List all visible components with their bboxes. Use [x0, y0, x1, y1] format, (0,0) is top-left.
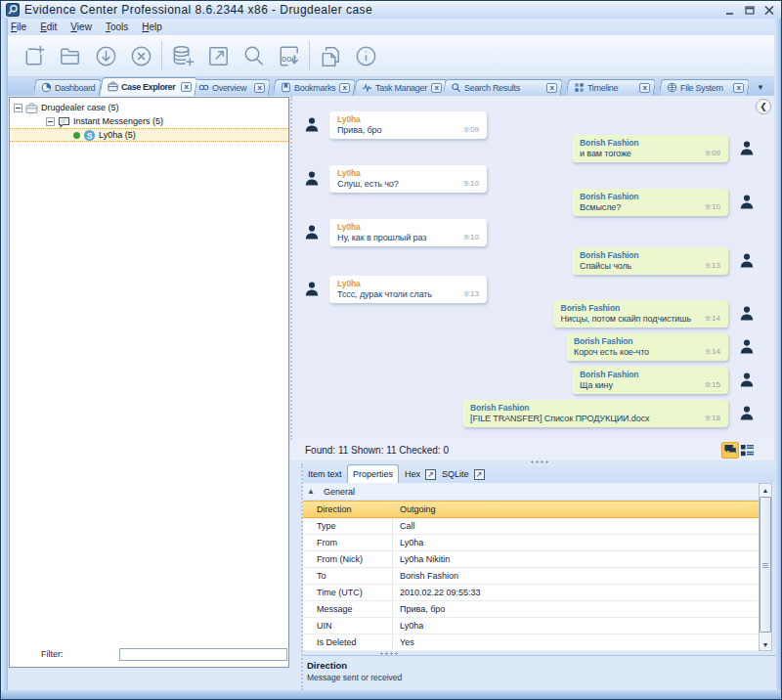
scrollbar-thumb[interactable] [760, 497, 771, 633]
chat-message[interactable]: Borish Fashion и вам тогоже 9:09 [572, 135, 754, 162]
tab-close-button[interactable]: x [733, 83, 744, 93]
grid-scrollbar[interactable]: ▲ ▼ [759, 483, 772, 651]
tab-bookmarks[interactable]: Bookmarks x [274, 79, 355, 96]
scroll-up-arrow[interactable]: ▲ [760, 484, 771, 496]
list-view-toggle[interactable] [738, 442, 756, 459]
chat-message[interactable]: Ly0ha Ну, как в прошлый раз 9:10 [305, 219, 487, 246]
toolbar-button-open-case[interactable] [53, 38, 88, 73]
chat-message[interactable]: Borish Fashion Всмысле? 9:10 [572, 189, 754, 216]
detail-tab-sqlite[interactable]: SQLite [437, 465, 490, 483]
property-group-header[interactable]: ▲ General [303, 483, 759, 501]
tab-dashboard[interactable]: Dashboard [34, 79, 101, 96]
detail-tab-item-text[interactable]: Item text [303, 465, 347, 483]
chat-message[interactable]: Borish Fashion Ща кину 9:15 [572, 367, 754, 394]
toolbar-button-save-case[interactable] [88, 38, 123, 73]
toolbar-button-export-doc[interactable] [271, 38, 306, 73]
tab-file-system[interactable]: File System x [660, 79, 749, 96]
chat-message[interactable]: Borish Fashion Короч есть кое-что 9:14 [566, 333, 754, 361]
chat-message[interactable]: Ly0ha Слуш, есть чо? 9:10 [305, 165, 487, 193]
message-sender: Borish Fashion [580, 138, 720, 148]
chat-message[interactable]: Ly0ha Тссс, дурак чтоли слать 9:13 [305, 276, 487, 303]
tabbar: Dashboard Case Explorer x Overview x Boo… [8, 77, 774, 96]
chat-message[interactable]: Borish Fashion Спайсы чоль 9:13 [572, 247, 754, 275]
message-time: 9:09 [705, 149, 720, 157]
detail-tab-hex[interactable]: Hex [400, 465, 441, 483]
filter-input[interactable] [119, 648, 287, 661]
chat-view-toggle[interactable] [721, 442, 739, 459]
scroll-down-arrow[interactable]: ▼ [760, 638, 771, 650]
tab-overview[interactable]: Overview x [192, 79, 270, 96]
message-text: и вам тогоже [580, 149, 720, 158]
toolbar-button-copy-pages[interactable] [313, 38, 348, 73]
person-avatar-icon [740, 372, 754, 387]
menu-item[interactable]: View [64, 21, 99, 34]
person-avatar-icon [305, 171, 319, 186]
tab-close-button[interactable]: x [339, 83, 350, 93]
toolbar-button-open-window[interactable] [200, 38, 236, 73]
tab-close-button[interactable]: x [639, 83, 650, 93]
tab-close-button[interactable]: x [181, 82, 192, 92]
menu-item[interactable]: File [8, 21, 33, 34]
found-counter: Found: 11 Shown: 11 Checked: 0 [305, 445, 449, 456]
tree-node[interactable]: Drugdealer case (5) [10, 101, 288, 114]
property-row[interactable]: Is Deleted Yes [303, 634, 759, 651]
chat-bubble: Borish Fashion Спайсы чоль 9:13 [572, 247, 728, 275]
property-label: Time (UTC) [303, 588, 392, 597]
chat-bubble: Borish Fashion Нисцы, потом скайп подчис… [553, 300, 728, 328]
property-row[interactable]: Type Call [303, 518, 759, 535]
chat-status-bar: Found: 11 Shown: 11 Checked: 0 [290, 440, 774, 460]
menu-item[interactable]: Help [135, 21, 169, 34]
window-controls [723, 4, 775, 16]
property-row[interactable]: To Borish Fashion [303, 568, 759, 585]
close-button[interactable] [762, 4, 775, 16]
collapse-chevron-icon: ▲ [307, 487, 315, 496]
menu-item[interactable]: Edit [33, 21, 64, 34]
tab-close-button[interactable]: x [431, 83, 442, 93]
property-row[interactable]: UIN Ly0ha [303, 618, 759, 634]
message-sender: Borish Fashion [580, 192, 720, 201]
toolbar-button-close-case[interactable] [123, 38, 158, 73]
tree-node[interactable]: Ly0ha (5) [10, 128, 288, 142]
minimize-button[interactable] [723, 4, 736, 16]
chat-message[interactable]: Ly0ha Прива, бро 9:09 [305, 111, 487, 139]
tab-overflow-arrow[interactable]: ▼ [757, 83, 764, 92]
window-border-left [1, 1, 8, 699]
tab-task-manager[interactable]: Task Manager x [355, 79, 447, 96]
chat-message[interactable]: Borish Fashion Нисцы, потом скайп подчис… [553, 300, 754, 328]
property-row[interactable]: Direction Outgoing [303, 501, 759, 518]
person-avatar-icon [740, 406, 754, 420]
message-text: Тссс, дурак чтоли слать [337, 289, 479, 299]
tree-expander[interactable] [14, 104, 22, 112]
tab-timeline[interactable]: Timeline x [567, 79, 655, 96]
message-text: Ну, как в прошлый раз [337, 233, 479, 242]
tab-close-button[interactable]: x [254, 83, 265, 93]
tree-expander[interactable] [46, 117, 55, 126]
toolbar-button-new-case[interactable] [18, 38, 53, 73]
chat-message[interactable]: Borish Fashion [FILE TRANSFER] Список ПР… [462, 400, 754, 427]
message-sender: Borish Fashion [574, 336, 720, 346]
property-label: Type [303, 521, 392, 531]
toolbar-button-search[interactable] [236, 38, 271, 73]
tree-node[interactable]: Instant Messengers (5) [10, 114, 288, 128]
message-text: Нисцы, потом скайп подчистишь [561, 314, 720, 324]
property-row[interactable]: Time (UTC) 2010.02.22 09:55:33 [303, 585, 759, 601]
property-row[interactable]: From Ly0ha [303, 535, 759, 551]
maximize-button[interactable] [743, 4, 756, 16]
popout-icon[interactable] [474, 469, 485, 480]
tab-close-button[interactable]: x [546, 83, 557, 93]
property-row[interactable]: Message Прива, бро [303, 601, 759, 618]
item-panel: ❮ Ly0ha Прива, бро 9:09 [290, 96, 774, 690]
property-row[interactable]: From (Nick) Ly0ha Nikitin [303, 551, 759, 568]
tab-case-explorer[interactable]: Case Explorer x [101, 77, 196, 96]
toolbar-separator [309, 41, 310, 70]
toolbar-separator [161, 41, 162, 70]
chat-bubble: Ly0ha Ну, как в прошлый раз 9:10 [329, 219, 487, 246]
popout-icon[interactable] [425, 469, 436, 480]
detail-panel: Item text Properties Hex [301, 463, 774, 690]
toolbar-button-info[interactable] [348, 38, 383, 73]
toolbar-button-add-data-source[interactable] [165, 38, 200, 73]
menu-item[interactable]: Tools [99, 21, 135, 34]
detail-tab-properties[interactable]: Properties [347, 464, 399, 483]
message-sender: Borish Fashion [470, 403, 720, 413]
tab-search-results[interactable]: Search Results x [444, 79, 562, 96]
